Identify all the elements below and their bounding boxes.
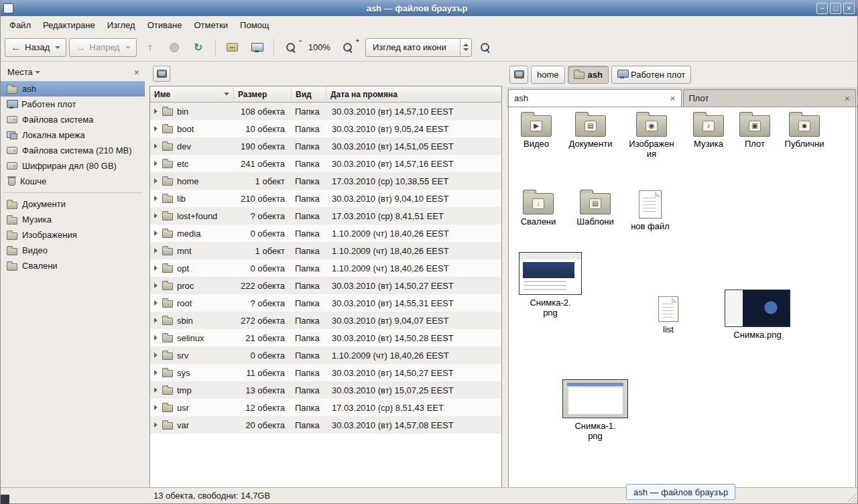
expander-icon[interactable]: [154, 387, 158, 393]
table-row[interactable]: proc222 обектаПапка30.03.2010 (вт) 14,50…: [150, 277, 501, 294]
table-row[interactable]: sys11 обектаПапка30.03.2010 (вт) 14,50,2…: [150, 364, 501, 381]
expander-icon[interactable]: [154, 213, 158, 218]
icon-item-images[interactable]: ◉ Изображен ия: [624, 113, 679, 159]
menu-item[interactable]: Помощ: [234, 16, 275, 34]
computer-button[interactable]: [246, 38, 267, 57]
sidebar-item[interactable]: Локална мрежа: [1, 127, 145, 143]
column-header-size[interactable]: Размер: [234, 86, 292, 103]
expander-icon[interactable]: [154, 161, 158, 166]
icon-item-templates[interactable]: ▤ Шаблони: [572, 190, 619, 227]
expander-icon[interactable]: [154, 300, 158, 306]
forward-button[interactable]: → Напред: [69, 38, 136, 57]
column-header-date[interactable]: Дата на промяна: [326, 86, 501, 103]
icon-item-video[interactable]: ▶ Видео: [514, 113, 558, 149]
table-row[interactable]: mnt1 обектПапка1.10.2009 (чт) 18,40,26 E…: [150, 242, 501, 259]
table-row[interactable]: srv0 обектаПапка1.10.2009 (чт) 18,40,26 …: [150, 346, 501, 364]
icon-view-canvas[interactable]: ▶ Видео ▤ Документи ◉ Изображен ия ♪ Муз…: [508, 107, 856, 487]
icon-item-list[interactable]: list: [651, 296, 686, 334]
expander-icon[interactable]: [154, 178, 158, 184]
home-button[interactable]: [222, 38, 243, 57]
titlebar[interactable]: ash — файлов браузър − □ ×: [1, 0, 857, 16]
table-row[interactable]: selinux21 обектаПапка30.03.2010 (вт) 14,…: [150, 329, 501, 346]
table-row[interactable]: etc241 обектаПапка30.03.2010 (вт) 14,57,…: [150, 155, 501, 172]
table-row[interactable]: home1 обектПапка17.03.2010 (ср) 10,38,55…: [150, 172, 501, 190]
table-row[interactable]: sbin272 обектаПапка30.03.2010 (вт) 9,04,…: [150, 312, 501, 329]
sidebar-item[interactable]: Файлова система (210 MB): [1, 143, 145, 158]
icon-item-public[interactable]: ☻ Публични: [780, 113, 829, 149]
expander-icon[interactable]: [154, 335, 158, 340]
up-button[interactable]: ↑: [139, 38, 161, 57]
menu-item[interactable]: Изглед: [101, 16, 141, 34]
expander-icon[interactable]: [154, 353, 158, 358]
resize-grip[interactable]: [847, 493, 857, 503]
sidebar-item[interactable]: Шифриран дял (80 GB): [1, 158, 145, 174]
pane-splitter[interactable]: [502, 62, 507, 487]
menu-item[interactable]: Отиване: [141, 16, 188, 34]
pane-splitter[interactable]: [145, 62, 149, 487]
icon-item-music[interactable]: ♪ Музика: [687, 113, 730, 149]
pane-location-button[interactable]: [153, 66, 170, 82]
expander-icon[interactable]: [154, 143, 158, 149]
icon-item-snimka2[interactable]: Снимка-2. png: [517, 252, 584, 318]
expander-icon[interactable]: [154, 231, 158, 236]
expander-icon[interactable]: [154, 109, 158, 114]
combo-spin-icon[interactable]: [460, 39, 471, 56]
menu-item[interactable]: Отметки: [188, 16, 234, 34]
sidebar-item[interactable]: ash: [1, 81, 145, 97]
path-desktop-button[interactable]: Работен плот: [611, 66, 691, 84]
icon-item-snimka[interactable]: Снимка.png: [722, 290, 793, 340]
table-row[interactable]: media0 обектаПапка1.10.2009 (чт) 18,40,2…: [150, 225, 501, 242]
sidebar-item[interactable]: Документи: [1, 196, 145, 212]
tab-close-icon[interactable]: ×: [670, 94, 675, 103]
search-button[interactable]: [475, 38, 496, 57]
icon-item-desktop[interactable]: ▣ Плот: [735, 113, 774, 149]
expander-icon[interactable]: [154, 126, 158, 131]
zoom-in-button[interactable]: +: [337, 38, 359, 57]
table-row[interactable]: boot10 обектаПапка30.03.2010 (вт) 9,05,2…: [150, 120, 501, 137]
path-root-button[interactable]: [509, 66, 528, 84]
icon-item-documents[interactable]: ▤ Документи: [564, 113, 617, 149]
table-row[interactable]: bin108 обектаПапка30.03.2010 (вт) 14,57,…: [150, 103, 501, 120]
sidebar-item[interactable]: Изображения: [1, 227, 145, 243]
column-header-type[interactable]: Вид: [292, 86, 326, 103]
expander-icon[interactable]: [154, 405, 158, 410]
sidebar-title[interactable]: Места: [7, 67, 33, 77]
table-row[interactable]: root? обектаПапка30.03.2010 (вт) 14,55,3…: [150, 294, 501, 312]
view-mode-select[interactable]: Изглед като икони: [365, 38, 472, 57]
sidebar-close-icon[interactable]: ×: [134, 68, 139, 77]
sidebar-title-dropdown-icon[interactable]: [35, 71, 40, 74]
table-row[interactable]: usr12 обектаПапка17.03.2010 (ср) 8,51,43…: [150, 399, 501, 416]
path-home-button[interactable]: home: [531, 66, 565, 84]
expander-icon[interactable]: [154, 318, 158, 323]
reload-button[interactable]: ↻: [188, 38, 209, 57]
expander-icon[interactable]: [154, 248, 158, 253]
sidebar-item[interactable]: Файлова система: [1, 112, 145, 127]
close-button[interactable]: ×: [843, 3, 855, 14]
expander-icon[interactable]: [154, 370, 158, 375]
expander-icon[interactable]: [154, 422, 158, 428]
table-row[interactable]: lost+found? обектаПапка17.03.2010 (ср) 8…: [150, 207, 501, 225]
menu-item[interactable]: Файл: [3, 16, 37, 34]
expander-icon[interactable]: [154, 196, 158, 201]
table-row[interactable]: opt0 обектаПапка1.10.2009 (чт) 18,40,26 …: [150, 259, 501, 277]
back-button[interactable]: ← Назад: [5, 38, 66, 57]
sidebar-item[interactable]: Видео: [1, 243, 145, 258]
minimize-button[interactable]: −: [816, 3, 828, 14]
sidebar-item[interactable]: Музика: [1, 212, 145, 227]
table-row[interactable]: lib210 обектаПапка30.03.2010 (вт) 9,04,1…: [150, 190, 501, 207]
path-current-button[interactable]: ash: [568, 66, 609, 84]
stop-button[interactable]: [164, 38, 185, 57]
table-row[interactable]: var20 обектаПапка30.03.2010 (вт) 14,57,0…: [150, 416, 501, 434]
tab-plot[interactable]: Плот ×: [683, 89, 857, 107]
expander-icon[interactable]: [154, 283, 158, 288]
icon-item-downloads[interactable]: ↓ Свалени: [515, 190, 561, 227]
back-dropdown-icon[interactable]: [55, 46, 60, 49]
sidebar-item[interactable]: Кошче: [1, 174, 145, 189]
table-row[interactable]: tmp13 обектаПапка30.03.2010 (вт) 15,07,2…: [150, 381, 501, 399]
table-row[interactable]: dev190 обектаПапка30.03.2010 (вт) 14,51,…: [150, 137, 501, 155]
zoom-out-button[interactable]: −: [280, 38, 302, 57]
maximize-button[interactable]: □: [830, 3, 841, 14]
expander-icon[interactable]: [154, 265, 158, 271]
tab-ash[interactable]: ash ×: [508, 89, 682, 107]
menu-item[interactable]: Редактиране: [37, 16, 101, 34]
